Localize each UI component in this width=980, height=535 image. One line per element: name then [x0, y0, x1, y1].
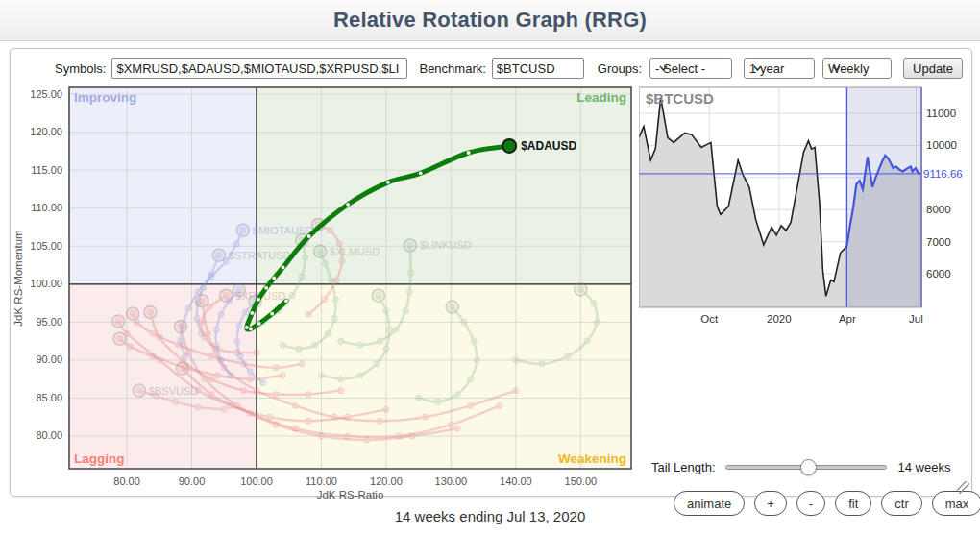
x-tick-label: 140.00 [500, 475, 532, 487]
chevron-down-icon [832, 65, 841, 71]
page-title: Relative Rotation Graph (RRG) [333, 8, 647, 33]
resize-handle-icon[interactable] [957, 481, 969, 494]
groups-label: Groups: [598, 61, 642, 76]
x-tick-label: 120.00 [370, 475, 403, 487]
rrg-app: { "header": { "title": "Relative Rotatio… [0, 0, 980, 535]
x-tick-label: 100.00 [240, 475, 273, 487]
main-trail-endpoint[interactable] [502, 139, 516, 153]
trail-label: $XLMUSD [330, 246, 380, 257]
y-tick-label: 110.00 [31, 202, 62, 213]
trail-endpoint [575, 283, 587, 296]
price-tick-label: 8000 [926, 204, 951, 215]
chevron-down-icon [659, 65, 668, 71]
trail-endpoint [372, 289, 384, 302]
footer-caption: 14 weeks ending Jul 13, 2020 [0, 508, 980, 524]
title-bar: Relative Rotation Graph (RRG) [0, 0, 980, 41]
trail-endpoint [446, 301, 458, 313]
price-tick-label: 6000 [926, 268, 951, 280]
x-tick-label: 110.00 [306, 475, 337, 487]
quadrant-label: Lagging [74, 451, 125, 466]
y-axis-title: JdK RS-Momentum [12, 230, 24, 326]
y-tick-label: 125.00 [30, 88, 62, 100]
y-tick-label: 105.00 [30, 240, 62, 252]
date-tick-label: Apr [839, 313, 856, 325]
rrg-chart[interactable]: ImprovingLeadingLaggingWeakening$MIOTAUS… [10, 82, 634, 509]
x-axis-title: JdK RS-Ratio [317, 489, 384, 500]
symbols-input[interactable] [111, 58, 407, 79]
quadrant-label: Improving [74, 90, 136, 105]
price-tick-label: 11000 [926, 108, 956, 119]
trail-endpoint [113, 332, 126, 345]
trail-endpoint [212, 249, 225, 261]
y-tick-label: 95.00 [36, 316, 62, 328]
symbols-label: Symbols: [55, 61, 106, 76]
update-button[interactable]: Update [903, 58, 963, 79]
date-tick-label: Oct [700, 313, 719, 325]
trail-endpoint [236, 224, 249, 236]
last-price-label: 9116.66 [923, 168, 963, 180]
x-tick-label: 130.00 [435, 475, 468, 487]
price-tick-label: 7000 [926, 236, 951, 248]
trail-label: $STRATUSD [229, 250, 291, 261]
quadrant-label: Leading [576, 90, 626, 105]
trail-endpoint [177, 362, 189, 375]
trail-endpoint [127, 307, 139, 320]
x-tick-label: 150.00 [565, 475, 598, 487]
highlight-window [846, 87, 921, 307]
y-tick-label: 80.00 [36, 429, 62, 441]
chevron-down-icon [753, 65, 762, 71]
interval-select[interactable]: Weekly [822, 58, 892, 79]
y-tick-label: 120.00 [30, 126, 62, 137]
main-trail-label: $ADAUSD [521, 139, 576, 153]
benchmark-input[interactable] [492, 58, 584, 79]
toolbar: Symbols: Benchmark: Groups: - Select - 1… [55, 57, 963, 80]
tail-length-row: Tail Length: 14 weeks [651, 458, 978, 475]
date-tick-label: Jul [909, 313, 923, 325]
groups-select[interactable]: - Select - [649, 58, 732, 79]
tail-length-label: Tail Length: [651, 460, 716, 474]
trail-endpoint [404, 239, 416, 252]
benchmark-chart: 11000100008000700060009116.66Oct2020AprJ… [639, 82, 980, 331]
tail-length-value: 14 weeks [898, 460, 951, 474]
quadrant-leading [257, 87, 631, 284]
tail-length-slider[interactable] [725, 458, 887, 475]
y-tick-label: 115.00 [31, 164, 62, 176]
trail-endpoint [112, 315, 125, 328]
trail-endpoint [314, 245, 327, 257]
period-select[interactable]: 1 year [744, 58, 815, 79]
x-tick-label: 90.00 [179, 475, 206, 487]
y-tick-label: 85.00 [36, 392, 62, 403]
trail-label: $LINKUSD [420, 239, 472, 251]
trail-endpoint [144, 306, 157, 319]
benchmark-label: Benchmark: [419, 61, 485, 76]
x-tick-label: 80.00 [113, 475, 140, 487]
trail-endpoint [233, 284, 245, 297]
trail-endpoint [133, 384, 145, 397]
quadrant-label: Weakening [558, 451, 626, 466]
trail-endpoint [196, 295, 208, 307]
y-tick-label: 100.00 [30, 278, 62, 289]
slider-knob[interactable] [800, 459, 817, 475]
y-tick-label: 90.00 [36, 353, 62, 365]
trail-endpoint [175, 321, 187, 333]
price-tick-label: 10000 [926, 139, 957, 151]
date-tick-label: 2020 [767, 313, 792, 325]
benchmark-chart-title: $BTCUSD [646, 90, 714, 107]
